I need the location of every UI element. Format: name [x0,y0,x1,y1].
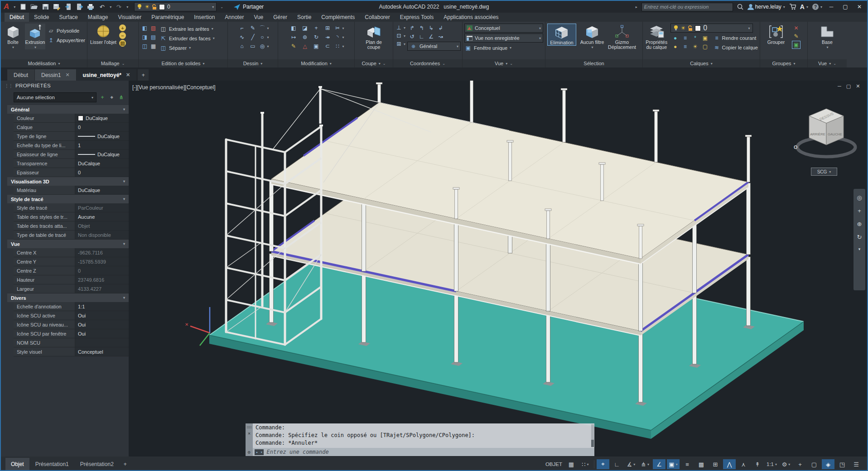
fillet-icon[interactable]: ◝ [333,34,341,41]
chevron-down-icon[interactable]: ▾ [14,5,15,9]
ucs-3point-icon[interactable]: ↲ [437,24,444,32]
autodesk-app-icon[interactable]: A▾ [800,3,808,10]
property-value[interactable]: 0 [75,266,129,275]
graphics-performance-icon[interactable]: ◈ [822,459,834,469]
ucs-world-icon[interactable]: ↱ [408,24,416,32]
ribbon-tab-annoter[interactable]: Annoter [220,13,249,22]
clean-screen-icon[interactable]: ◳ [836,459,849,469]
3d-align-icon[interactable]: ◪ [301,24,309,32]
gizmo-button[interactable]: Gizmo Déplacement [608,24,636,50]
polygon-icon[interactable]: ⌂ [238,43,246,50]
viewport-restore-icon[interactable]: ▢ [846,83,851,89]
ribbon-tab-param-trique[interactable]: Paramétrique [146,13,189,22]
help-icon[interactable]: ?▾ [812,4,822,10]
section-header-3[interactable]: Vue▾ [7,240,129,248]
viewport-controls-label[interactable]: [-][Vue personnalisée][Conceptuel] [132,84,216,91]
share-button[interactable]: Partager [234,4,264,10]
grid-icon[interactable]: ▦ [565,459,578,469]
object-snap-tracking-icon[interactable]: ∠ [653,459,665,469]
layer-unlock-icon[interactable]: ▢ [701,43,709,50]
command-history[interactable]: Commande:Commande: Spécifiez le coin opp… [253,423,594,448]
new-layout-button[interactable]: + [120,458,131,471]
viewport-config-button[interactable]: ▣ Fenêtre unique▾ [464,43,543,52]
base-button[interactable]: Base▾ [813,24,841,49]
grouper-button[interactable]: Grouper [762,24,790,45]
ucs-face-icon[interactable]: ∟ [418,33,425,40]
model-space-button[interactable]: OBJET [544,459,564,469]
property-value[interactable]: Conceptuel [75,347,129,356]
chevron-down-icon[interactable]: ▾ [123,107,125,111]
qat-customize-icon[interactable]: ⌄ [220,5,223,9]
rect-array-icon[interactable]: ▣ [313,43,320,50]
panel-label-selection[interactable]: Sélection [545,59,642,67]
smooth-less-icon[interactable]: − [119,32,126,39]
section-header-2[interactable]: Style de tracé▾ [7,195,129,203]
property-value[interactable]: 1:1 [75,302,129,311]
steering-wheel-icon[interactable]: ◎ [857,194,862,201]
chevron-down-icon[interactable]: ▾ [110,5,111,9]
file-tab-usine-nettoy-[interactable]: usine_nettoyé*✕ [77,69,137,81]
rotate-icon[interactable]: ↻ [313,34,320,41]
save-as-icon[interactable] [53,3,61,10]
ribbon-tab-maillage[interactable]: Maillage [83,13,113,22]
ortho-icon[interactable]: ∟ [611,459,623,469]
separer-button[interactable]: ◫Séparer▾ [159,43,215,52]
plot-icon[interactable] [87,3,95,10]
orbit-icon[interactable]: ⊚ [301,34,309,41]
property-value[interactable]: 4133.4227 [75,284,129,293]
proprietes-calque-button[interactable]: Propriétés du calque [645,24,669,50]
chevron-down-icon[interactable]: ▾ [342,26,344,30]
command-input[interactable]: ▸ ▾ Entrez une commande [253,448,594,456]
ribbon-tab-surface[interactable]: Surface [54,13,82,22]
property-value[interactable]: Oui [75,320,129,329]
ribbon-tab-g-rer[interactable]: Gérer [268,13,292,22]
polyline-icon[interactable]: ⌐ [238,24,246,32]
object-snap-3d-icon[interactable]: ⋀ [723,459,736,469]
property-value[interactable]: Aucune [75,212,129,221]
chevron-down-icon[interactable]: ▾ [267,26,269,30]
new-drawing-tab-button[interactable]: + [138,69,149,81]
sweep-icon[interactable]: ▤ [149,34,157,41]
annotation-visibility-icon[interactable]: ↟ [751,459,764,469]
ribbon-tab-sortie[interactable]: Sortie [292,13,316,22]
property-value[interactable]: Non disponible [75,231,129,239]
intersect-icon[interactable]: ◫ [141,43,149,50]
ribbon-layer-dropdown[interactable]: ☀ 0 ▾ [670,24,753,33]
scale-icon[interactable]: △ [301,43,309,50]
view-combo[interactable]: Vue non enregistrée▾ [464,34,543,43]
ucs-previous-icon[interactable]: ↺ [408,33,416,40]
command-prompt-icon[interactable]: ▸ ▾ [255,449,264,455]
isometric-drafting-icon[interactable]: ⋔▾ [639,459,651,469]
search-input[interactable] [641,3,733,11]
panel-label-groupes[interactable]: Groupes▾ [760,59,807,67]
customize-menu-icon[interactable]: ☰ [850,459,863,469]
crosshair-icon[interactable]: + [794,459,806,469]
erase-icon[interactable]: ✎ [290,43,298,50]
property-value[interactable]: DuCalque [75,132,129,140]
move-icon[interactable]: + [313,24,320,32]
app-logo-icon[interactable]: A [4,2,9,11]
circle-icon[interactable]: ○ [258,34,266,41]
rectangle-icon[interactable]: ▭ [249,43,257,50]
object-snap-icon[interactable]: ▣▾ [667,459,680,469]
section-header-1[interactable]: Visualisation 3D▾ [7,177,129,186]
ucs-icon[interactable]: ⊥ [395,24,403,31]
rendre-courant-button[interactable]: ≡Rendre courant [713,34,758,42]
chevron-down-icon[interactable]: ▾ [404,34,405,38]
edit-polyline-icon[interactable]: ✎ [249,24,257,32]
ucs-object-icon[interactable]: ↝ [437,33,444,40]
smooth-more-icon[interactable]: + [119,24,126,31]
property-value[interactable]: -15785.5939 [75,257,129,266]
chevron-down-icon[interactable]: ▾ [404,42,405,46]
app-store-cart-icon[interactable] [789,4,796,10]
customize-wrench-icon[interactable]: ⚙ [248,450,251,455]
command-grip[interactable]: ∷∷ ✕ ⚙ [246,423,253,456]
property-value[interactable] [75,338,129,347]
appuyer-tirer-button[interactable]: ↥Appuyer/tirer [47,36,85,44]
ellipse-icon[interactable]: ◎ [258,43,266,50]
panel-label-maillage[interactable]: Maillage⌄ [87,59,138,67]
pickadd-toggle-icon[interactable]: + [99,94,106,101]
property-value[interactable]: ParCouleur [75,203,129,212]
dynamic-ucs-icon[interactable]: ⋏ [737,459,750,469]
ucs-window-icon[interactable]: ⊞ [395,40,403,48]
